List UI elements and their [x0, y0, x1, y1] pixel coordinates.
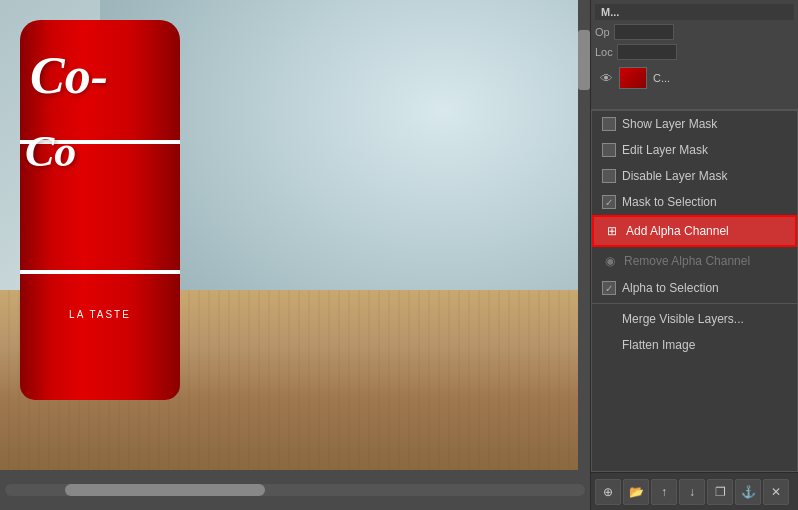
loc-label: Loc [595, 46, 613, 58]
remove-alpha-channel-label: Remove Alpha Channel [624, 254, 787, 268]
op-label: Op [595, 26, 610, 38]
canvas-background: Co- Co LA TASTE [0, 0, 590, 470]
image-canvas-area: Co- Co LA TASTE [0, 0, 590, 510]
top-panel: M... Op Loc 👁 C... [591, 0, 798, 110]
menu-item-show-layer-mask[interactable]: Show Layer Mask [592, 111, 797, 137]
layer-name: C... [653, 72, 670, 84]
coca-cola-can: Co- Co LA TASTE [20, 20, 180, 400]
mask-to-selection-label: Mask to Selection [622, 195, 787, 209]
context-menu: Show Layer Mask Edit Layer Mask Disable … [591, 110, 798, 472]
menu-item-edit-layer-mask[interactable]: Edit Layer Mask [592, 137, 797, 163]
open-layer-button[interactable]: 📂 [623, 479, 649, 505]
loc-input[interactable] [617, 44, 677, 60]
v-scrollbar-thumb[interactable] [578, 30, 590, 90]
layer-thumbnail [619, 67, 647, 89]
flatten-image-label: Flatten Image [622, 338, 787, 352]
menu-divider-1 [592, 303, 797, 304]
disable-layer-mask-checkbox[interactable] [602, 169, 616, 183]
show-layer-mask-checkbox[interactable] [602, 117, 616, 131]
anchor-layer-button[interactable]: ⚓ [735, 479, 761, 505]
panel-title: M... [595, 4, 794, 20]
duplicate-layer-button[interactable]: ❐ [707, 479, 733, 505]
edit-layer-mask-label: Edit Layer Mask [622, 143, 787, 157]
alpha-to-selection-checkbox[interactable] [602, 281, 616, 295]
add-alpha-icon: ⊞ [604, 223, 620, 239]
panel-row-loc: Loc [595, 44, 794, 60]
lower-layer-button[interactable]: ↓ [679, 479, 705, 505]
right-panel: M... Op Loc 👁 C... Show Layer Mask Edit … [590, 0, 798, 510]
menu-item-disable-layer-mask[interactable]: Disable Layer Mask [592, 163, 797, 189]
menu-item-mask-to-selection[interactable]: Mask to Selection [592, 189, 797, 215]
layer-visibility-icon[interactable]: 👁 [599, 71, 613, 85]
remove-alpha-icon: ◉ [602, 253, 618, 269]
mask-to-selection-checkbox[interactable] [602, 195, 616, 209]
bottom-toolbar: ⊕ 📂 ↑ ↓ ❐ ⚓ ✕ [591, 472, 798, 510]
h-scrollbar-thumb[interactable] [65, 484, 265, 496]
layer-row[interactable]: 👁 C... [595, 64, 794, 92]
add-alpha-channel-label: Add Alpha Channel [626, 224, 785, 238]
new-layer-button[interactable]: ⊕ [595, 479, 621, 505]
panel-row-op: Op [595, 24, 794, 40]
alpha-to-selection-label: Alpha to Selection [622, 281, 787, 295]
horizontal-scrollbar[interactable] [5, 484, 585, 496]
horizontal-scroll-area [0, 470, 590, 510]
disable-layer-mask-label: Disable Layer Mask [622, 169, 787, 183]
op-input[interactable] [614, 24, 674, 40]
raise-layer-button[interactable]: ↑ [651, 479, 677, 505]
edit-layer-mask-checkbox[interactable] [602, 143, 616, 157]
delete-layer-button[interactable]: ✕ [763, 479, 789, 505]
menu-item-remove-alpha-channel[interactable]: ◉ Remove Alpha Channel [592, 247, 797, 275]
menu-item-add-alpha-channel[interactable]: ⊞ Add Alpha Channel [592, 215, 797, 247]
menu-item-merge-visible-layers[interactable]: Merge Visible Layers... [592, 306, 797, 332]
menu-item-flatten-image[interactable]: Flatten Image [592, 332, 797, 358]
merge-visible-layers-label: Merge Visible Layers... [622, 312, 787, 326]
vertical-scrollbar[interactable] [578, 0, 590, 470]
menu-item-alpha-to-selection[interactable]: Alpha to Selection [592, 275, 797, 301]
show-layer-mask-label: Show Layer Mask [622, 117, 787, 131]
